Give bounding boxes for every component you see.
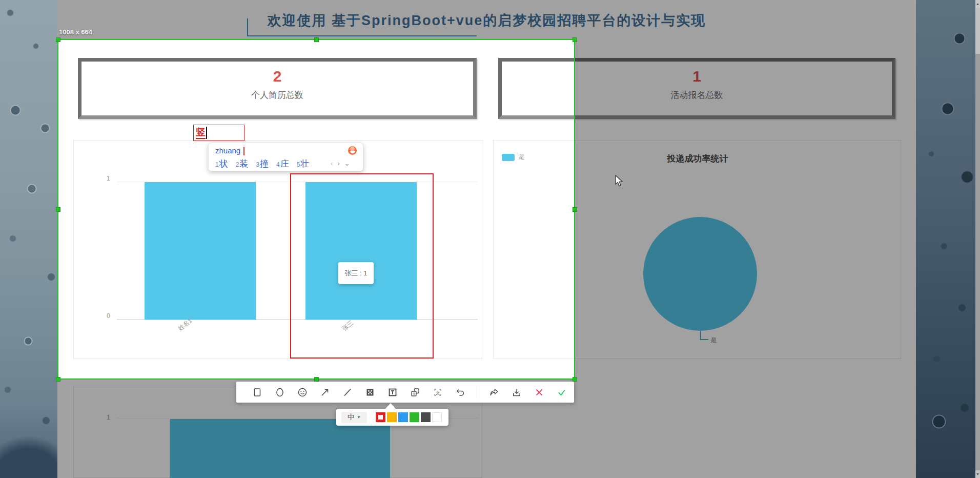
confirm-button[interactable]	[556, 386, 567, 398]
ime-composition: zhuang	[215, 146, 240, 155]
color-swatches	[376, 412, 442, 422]
ime-candidate-3[interactable]: 3撞	[256, 158, 269, 170]
handle-top-right[interactable]	[573, 37, 577, 42]
annotation-colorbar: 中 ▼	[336, 409, 448, 426]
scrollbar-down-icon[interactable]: ▼	[975, 470, 980, 478]
ime-candidate-4[interactable]: 4庄	[276, 158, 289, 170]
annotation-toolbar: 文 文	[236, 382, 574, 403]
text-caret	[206, 127, 207, 139]
handle-bottom-left[interactable]	[56, 377, 60, 382]
text-tool-button[interactable]	[386, 386, 398, 398]
chevron-down-icon: ▼	[357, 415, 361, 420]
arrow-tool-button[interactable]	[319, 386, 331, 398]
toolbar-separator	[477, 386, 477, 399]
ime-nav: ‹ › ⌄	[331, 160, 350, 167]
svg-text:文: 文	[412, 392, 416, 395]
ocr-tool-button[interactable]: 文	[432, 386, 443, 398]
svg-text:文: 文	[436, 390, 440, 395]
handle-mid-left[interactable]	[56, 207, 60, 212]
undo-button[interactable]	[454, 386, 466, 398]
cancel-button[interactable]	[533, 386, 545, 398]
ime-caret	[243, 147, 244, 155]
desktop-wallpaper-right	[916, 0, 975, 478]
colorbar-pointer	[385, 403, 396, 409]
ime-candidates: 1状 2装 3撞 4庄 5壮	[215, 158, 309, 170]
screen: ▲ ▼ 欢迎使用 基于SpringBoot+vue的启梦校园招聘平台的设计与实现…	[0, 0, 980, 478]
browser-scrollbar[interactable]: ▲ ▼	[975, 0, 980, 478]
color-swatch-green[interactable]	[410, 412, 419, 422]
color-swatch-white[interactable]	[432, 412, 442, 422]
ime-candidate-2[interactable]: 2装	[236, 158, 249, 170]
mouse-cursor	[615, 175, 625, 189]
ime-prev-icon[interactable]: ‹	[331, 160, 333, 167]
ellipse-tool-button[interactable]	[274, 386, 285, 398]
handle-bottom-right[interactable]	[573, 377, 577, 382]
text-annotation-input[interactable]: 竖	[193, 125, 244, 141]
handle-mid-right[interactable]	[573, 207, 577, 212]
ime-emoji-icon[interactable]	[348, 146, 357, 155]
handle-top-left[interactable]	[56, 37, 60, 42]
handle-bottom-mid[interactable]	[314, 377, 319, 382]
font-size-value: 中	[348, 413, 355, 422]
handle-top-mid[interactable]	[314, 37, 319, 42]
ime-candidate-5[interactable]: 5壮	[297, 158, 310, 170]
scrollbar-up-icon[interactable]: ▲	[975, 0, 980, 8]
color-swatch-red-selected[interactable]	[376, 412, 385, 422]
ime-expand-icon[interactable]: ⌄	[344, 160, 350, 167]
color-swatch-blue[interactable]	[398, 412, 408, 422]
scrollbar-thumb[interactable]	[975, 8, 980, 54]
chart-tooltip: 张三 : 1	[338, 262, 374, 284]
ime-next-icon[interactable]: ›	[337, 160, 339, 167]
color-swatch-gray[interactable]	[421, 412, 431, 422]
emoji-tool-button[interactable]	[296, 386, 308, 398]
translate-tool-button[interactable]: 文	[409, 386, 421, 398]
mosaic-tool-button[interactable]	[364, 386, 376, 398]
selection-size-label: 1008 x 664	[59, 28, 92, 36]
ime-candidate-window: zhuang 1状 2装 3撞 4庄 5壮 ‹ › ⌄	[208, 143, 363, 171]
dim-overlay-right	[575, 0, 916, 478]
text-annotation-value: 竖	[196, 127, 206, 139]
ime-candidate-1[interactable]: 1状	[215, 158, 228, 170]
share-button[interactable]	[488, 386, 500, 398]
font-size-dropdown[interactable]: 中 ▼	[341, 412, 367, 423]
rectangle-tool-button[interactable]	[251, 386, 263, 398]
color-swatch-yellow[interactable]	[387, 412, 397, 422]
download-button[interactable]	[511, 386, 522, 398]
line-tool-button[interactable]	[341, 386, 353, 398]
desktop-wallpaper-left	[0, 0, 57, 478]
dim-overlay-top	[57, 0, 575, 39]
